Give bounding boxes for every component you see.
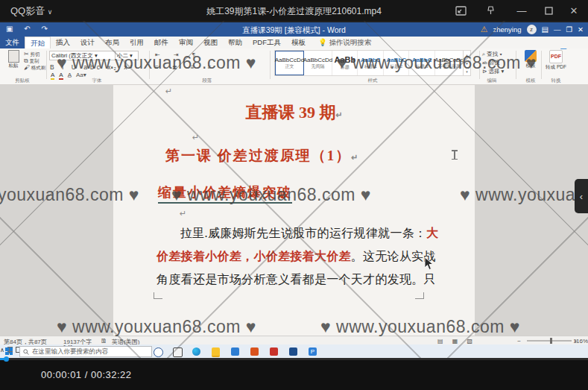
search-placeholder: 在这里输入你要搜索的内容 (32, 347, 108, 356)
group-separator (541, 51, 542, 79)
warning-icon: ⚠ (481, 25, 488, 34)
convert-group-label: 转换 (534, 78, 578, 84)
format-painter-button[interactable]: 🖌 格式刷 (24, 64, 45, 71)
watermark-text: ♥ www.youxuan68.com ♥ (320, 317, 520, 337)
paragraph-black-text: 拉里.威廉姆斯先生说股市的运行规律就一条： (180, 227, 426, 239)
zoom-out-button[interactable]: − (517, 338, 521, 345)
tray-chevron-icon[interactable]: ∧ (0, 347, 4, 353)
tell-me-search[interactable]: 💡 操作说明搜索 (311, 37, 376, 48)
doc-lesson-text: 第一课 价差过渡原理（1） (165, 148, 351, 163)
doc-lesson-line: 第一课 价差过渡原理（1）↵ (165, 146, 359, 166)
taskbar-icon-p-app[interactable]: P (309, 347, 317, 356)
paragraph-group-label: 段落 (185, 78, 230, 84)
tab-view[interactable]: 视图 (198, 37, 223, 48)
paragraph-black-text: 。这无论从实战 (351, 250, 436, 262)
close-button[interactable]: ✕ (564, 1, 584, 20)
player-control-bar: 00:00:01 / 00:32:22 (0, 358, 588, 390)
taskbar-icon-app-navy[interactable] (289, 347, 297, 356)
player-titlebar: QQ影音 ∨ 姚工39期第1课-小价差过渡原理210601.mp4 — ✕ (0, 0, 588, 21)
minimize-button[interactable]: — (512, 1, 531, 20)
clipboard-icon (8, 50, 19, 63)
doc-paragraph-line2: 价差接着小价差，小价差接着大价差。这无论从实战 (157, 245, 426, 268)
paste-label: 粘贴 (4, 63, 22, 69)
pin-button[interactable] (481, 1, 500, 20)
word-minimize-button[interactable]: — (554, 25, 561, 34)
mouse-cursor (424, 257, 434, 274)
paragraph-mark: ↵ (192, 133, 199, 142)
tab-insert[interactable]: 插入 (51, 37, 75, 48)
doc-paragraph-line1: 拉里.威廉姆斯先生说股市的运行规律就一条：大 (157, 221, 426, 245)
search-icon (23, 349, 29, 355)
paragraph-red-text: 大 (426, 227, 438, 239)
ribbon-display-options-icon[interactable]: ▤ (542, 25, 549, 34)
tab-template[interactable]: 模板 (286, 37, 311, 48)
tab-help[interactable]: 帮助 (223, 37, 247, 48)
style-preview: AaBbCcDd (275, 57, 305, 63)
clipboard-group-label: 剪贴板 (0, 78, 45, 84)
tab-references[interactable]: 引用 (124, 37, 149, 48)
paste-button[interactable]: 粘贴 (4, 50, 22, 69)
tab-mailings[interactable]: 邮件 (149, 37, 174, 48)
zoom-slider[interactable] (527, 340, 572, 342)
clipboard-small-buttons: ✂ 剪切 ⧉ 复制 🖌 格式刷 (24, 51, 45, 71)
zoom-percentage[interactable]: 116% (573, 338, 588, 345)
playlist-drawer-handle[interactable]: ‹ (575, 179, 588, 213)
doc-heading-text: 直播课 39 期 (245, 103, 335, 122)
time-display: 00:00:01 / 00:32:22 (41, 369, 132, 380)
editing-group-label: 编辑 (470, 78, 514, 84)
paragraph-mark: ↵ (335, 110, 342, 119)
paragraph-black-text: 角度看还是市场分析意义看都是一个天才的发现。只 (157, 273, 436, 286)
word-titlebar: ▣ ↶ ↷ 直播课39期 [兼容模式] - Word ⚠ zhenying z … (0, 22, 588, 37)
tab-home[interactable]: 开始 (25, 37, 51, 48)
word-close-button[interactable]: ✕ (578, 25, 584, 34)
format-painter-label: 格式刷 (31, 65, 46, 70)
convert-pdf-label: 转成 PDF (545, 64, 567, 71)
avatar[interactable]: z (527, 25, 537, 34)
style-normal[interactable]: AaBbCcDd正文 (275, 51, 304, 75)
format-painter-icon: 🖌 (24, 64, 30, 71)
tab-layout[interactable]: 布局 (100, 37, 124, 48)
copy-label: 复制 (30, 58, 39, 63)
group-separator (270, 51, 271, 79)
tab-review[interactable]: 审阅 (174, 37, 198, 48)
maximize-button[interactable] (539, 1, 558, 20)
taskbar-icon-cortana[interactable] (154, 347, 163, 357)
doc-paragraph: 拉里.威廉姆斯先生说股市的运行规律就一条：大 价差接着小价差，小价差接着大价差。… (157, 221, 426, 291)
taskbar-icon-app-red[interactable] (270, 347, 278, 356)
qq-player-window: QQ影音 ∨ 姚工39期第1课-小价差过渡原理210601.mp4 — ✕ ▣ (0, 0, 588, 390)
taskbar-search-box[interactable]: 在这里输入你要搜索的内容 (19, 346, 152, 357)
cut-label: 剪切 (31, 51, 40, 57)
convert-pdf-button[interactable]: PDF 转成 PDF (545, 50, 567, 71)
watermark-text: ♥ www.youxuan68.com ♥ (171, 185, 371, 205)
word-restore-button[interactable]: ❐ (566, 25, 573, 34)
text-boundary-mark (154, 292, 162, 299)
tab-file[interactable]: 文件 (0, 37, 25, 48)
watermark-text: ♥ www.youxuan68.com ♥ (57, 317, 256, 337)
windows-taskbar: 在这里输入你要搜索的内容 P ∧ ◁) 中 6:46 2021/12/4 M (0, 345, 588, 359)
tab-design[interactable]: 设计 (75, 37, 100, 48)
highlight-color-icon[interactable]: A (51, 72, 54, 80)
paragraph-mark: ↵ (180, 209, 186, 218)
proofing-icon[interactable]: 🖺 (101, 338, 107, 345)
start-button[interactable] (5, 347, 13, 355)
mini-mode-icon (455, 6, 467, 16)
seek-bar[interactable] (0, 358, 588, 360)
style-no-spacing[interactable]: AaBbCcDd无间隔 (304, 51, 332, 75)
taskbar-icon-edge[interactable] (192, 347, 200, 356)
doc-paragraph-line3: 角度看还是市场分析意义看都是一个天才的发现。只 (157, 268, 426, 291)
taskbar-icon-office[interactable] (250, 347, 259, 356)
seek-bar-knob[interactable] (4, 356, 9, 362)
pin-icon (486, 5, 496, 16)
copy-button[interactable]: ⧉ 复制 (24, 57, 45, 64)
cut-button[interactable]: ✂ 剪切 (24, 51, 45, 57)
taskbar-icon-task-view[interactable] (173, 347, 183, 357)
watermark-text: ♥ www.youxuan (460, 185, 585, 205)
taskbar-icon-file-explorer[interactable] (212, 347, 220, 357)
cut-icon: ✂ (24, 51, 29, 57)
taskbar-icon-app-blue[interactable] (231, 347, 239, 356)
word-user-name: zhenying (493, 25, 522, 34)
view-mode-buttons[interactable]: ▤ ▦ ▧ (437, 338, 476, 345)
tab-pdf-tools[interactable]: PDF工具 (247, 37, 286, 48)
mini-mode-button[interactable] (451, 1, 470, 20)
zoom-slider-thumb[interactable] (550, 338, 552, 344)
